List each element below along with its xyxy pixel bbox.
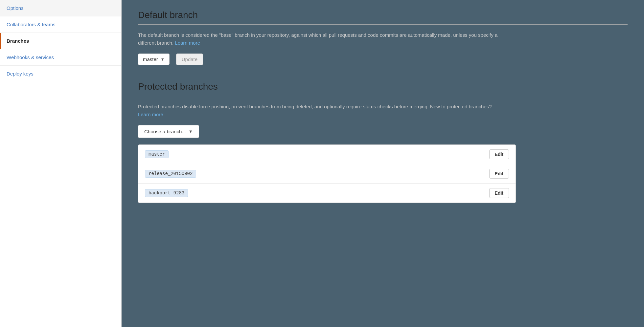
branch-name-master: master xyxy=(145,150,169,158)
default-branch-divider xyxy=(138,24,628,25)
edit-release-button[interactable]: Edit xyxy=(489,169,509,179)
sidebar-item-options[interactable]: Options xyxy=(0,0,121,16)
edit-master-button[interactable]: Edit xyxy=(489,149,509,159)
dropdown-arrow-icon: ▼ xyxy=(161,57,165,62)
table-row: release_20150902 Edit xyxy=(138,164,516,184)
protected-branches-section: Protected branches Protected branches di… xyxy=(138,81,628,203)
sidebar-item-deploy-keys[interactable]: Deploy keys xyxy=(0,66,121,82)
sidebar-item-branches[interactable]: Branches xyxy=(0,33,121,49)
protected-branches-divider xyxy=(138,96,628,96)
master-branch-dropdown[interactable]: master ▼ xyxy=(138,54,170,65)
protected-branches-table: master Edit release_20150902 Edit backpo… xyxy=(138,144,516,203)
choose-branch-arrow-icon: ▼ xyxy=(189,129,193,134)
edit-backport-button[interactable]: Edit xyxy=(489,188,509,198)
default-branch-description: The default branch is considered the "ba… xyxy=(138,31,499,47)
protected-branches-learn-more-link[interactable]: Learn more xyxy=(138,112,163,117)
protected-branches-description: Protected branches disable force pushing… xyxy=(138,103,499,119)
sidebar-item-webhooks[interactable]: Webhooks & services xyxy=(0,49,121,66)
main-content: Default branch The default branch is con… xyxy=(122,0,644,327)
table-row: master Edit xyxy=(138,145,516,164)
default-branch-title: Default branch xyxy=(138,10,628,20)
choose-branch-dropdown[interactable]: Choose a branch... ▼ xyxy=(138,125,199,138)
default-branch-section: Default branch The default branch is con… xyxy=(138,10,628,65)
sidebar: Options Collaborators & teams Branches W… xyxy=(0,0,122,327)
default-branch-learn-more-link[interactable]: Learn more xyxy=(175,40,200,46)
table-row: backport_9283 Edit xyxy=(138,184,516,203)
branch-name-release: release_20150902 xyxy=(145,170,196,178)
default-branch-controls: master ▼ Update xyxy=(138,54,628,65)
update-branch-button[interactable]: Update xyxy=(176,54,203,65)
protected-branches-title: Protected branches xyxy=(138,81,628,92)
branch-name-backport: backport_9283 xyxy=(145,189,188,197)
sidebar-item-collaborators[interactable]: Collaborators & teams xyxy=(0,16,121,33)
